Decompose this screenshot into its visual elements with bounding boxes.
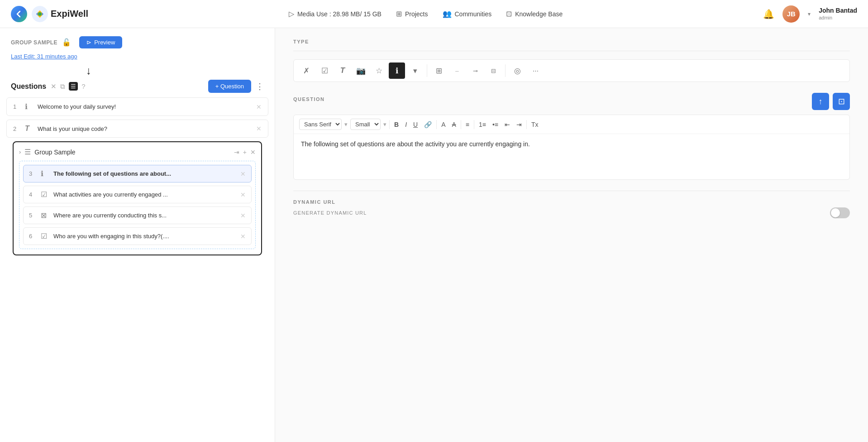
- dynamic-url-toggle[interactable]: [830, 207, 850, 218]
- text-type-icon: T: [25, 125, 33, 133]
- questions-label: Questions: [11, 82, 46, 91]
- preview-button[interactable]: ⊳ Preview: [79, 36, 122, 48]
- clear-format-button[interactable]: Tx: [529, 120, 540, 129]
- inner-question-row[interactable]: 3 ℹ The following set of questions are a…: [23, 165, 252, 183]
- type-icon-slider[interactable]: ⏤: [449, 62, 465, 79]
- questions-toolbar-icons: ✕ ⧉ ☰ ?: [51, 82, 85, 91]
- left-panel: GROUP SAMPLE 🔓 ⊳ Preview Last Edit: 31 m…: [0, 28, 275, 442]
- type-icon-star[interactable]: ☆: [371, 62, 387, 79]
- user-name: John Bantad: [819, 6, 857, 14]
- question-row[interactable]: 1 ℹ Welcome to your daily survey! ✕: [6, 97, 268, 116]
- inner-question-row[interactable]: 4 ☑ What activities are you currently en…: [23, 186, 252, 203]
- inner-question-row[interactable]: 6 ☑ Who are you with engaging in this st…: [23, 227, 252, 245]
- italic-button[interactable]: I: [403, 120, 409, 129]
- type-section-label: TYPE: [293, 39, 850, 44]
- type-icon-table[interactable]: ⊟: [485, 62, 501, 79]
- group-add-icon[interactable]: +: [243, 149, 247, 156]
- info-type-icon: ℹ: [41, 169, 49, 178]
- indent-decrease-button[interactable]: ⇤: [503, 120, 512, 129]
- last-edit-label[interactable]: Last Edit: 31 minutes ago: [0, 51, 275, 64]
- toggle-knob: [831, 208, 840, 217]
- group-name-label: Group Sample: [34, 149, 75, 156]
- question-number: 5: [29, 212, 36, 219]
- nav-back-icon[interactable]: [11, 6, 27, 22]
- generate-url-label: GENERATE DYNAMIC URL: [293, 210, 367, 216]
- remove-question-icon[interactable]: ✕: [256, 103, 262, 110]
- add-question-button[interactable]: + Question: [208, 80, 251, 93]
- right-panel: TYPE ✗ ☑ T 📷 ☆ ℹ ▾ ⊞ ⏤ ⊸ ⊟: [275, 28, 868, 442]
- font-family-select[interactable]: Sans Serif: [299, 119, 342, 130]
- type-icon-info[interactable]: ℹ: [389, 62, 405, 79]
- list-view-icon[interactable]: ☰: [69, 82, 78, 91]
- notification-bell-icon[interactable]: 🔔: [763, 9, 774, 19]
- type-icon-timer[interactable]: ◎: [509, 62, 525, 79]
- image-upload-button[interactable]: ⊡: [833, 93, 850, 110]
- type-icon-cross[interactable]: ✗: [298, 62, 315, 79]
- font-color-button[interactable]: A: [439, 120, 447, 129]
- copy-icon[interactable]: ⧉: [60, 82, 65, 91]
- underline-button[interactable]: U: [411, 120, 420, 129]
- generate-url-row: GENERATE DYNAMIC URL: [293, 207, 850, 218]
- projects-label: Projects: [405, 10, 428, 18]
- type-icon-checkbox[interactable]: ☑: [316, 62, 333, 79]
- question-number: 4: [29, 191, 36, 198]
- font-size-select[interactable]: Small: [350, 119, 381, 130]
- group-close-icon[interactable]: ✕: [250, 149, 256, 156]
- down-arrow-container: ↓: [0, 64, 275, 77]
- remove-question-icon[interactable]: ✕: [240, 191, 246, 198]
- remove-question-icon[interactable]: ✕: [240, 212, 246, 219]
- content-area: GROUP SAMPLE 🔓 ⊳ Preview Last Edit: 31 m…: [0, 28, 868, 442]
- ordered-list-button[interactable]: 1≡: [477, 120, 488, 129]
- question-row[interactable]: 2 T What is your unique code? ✕: [6, 120, 268, 138]
- projects-item[interactable]: ⊞ Projects: [396, 10, 428, 18]
- more-options-icon[interactable]: ⋮: [256, 82, 264, 91]
- media-use-label: Media Use : 28.98 MB/ 15 GB: [297, 10, 382, 18]
- user-dropdown-arrow-icon[interactable]: ▾: [808, 11, 811, 17]
- remove-question-icon[interactable]: ✕: [240, 170, 246, 178]
- kb-item[interactable]: ⊡ Knowledge Base: [506, 10, 563, 18]
- brand-logo: ExpiWell: [32, 6, 88, 22]
- type-icon-grid[interactable]: ⊞: [431, 62, 447, 79]
- type-icon-text[interactable]: T: [334, 62, 351, 79]
- link-button[interactable]: 🔗: [422, 120, 434, 129]
- remove-question-icon[interactable]: ✕: [240, 233, 246, 240]
- nav-center: ▷ Media Use : 28.98 MB/ 15 GB ⊞ Projects…: [289, 10, 563, 18]
- font-family-arrow-icon: ▾: [344, 121, 348, 128]
- bold-button[interactable]: B: [392, 120, 401, 129]
- nav-right: 🔔 JB ▾ John Bantad admin: [763, 5, 857, 23]
- help-icon[interactable]: ?: [81, 82, 85, 90]
- font-bg-color-button[interactable]: A: [450, 120, 458, 129]
- communities-item[interactable]: 👥 Communities: [443, 10, 492, 18]
- panel-header: GROUP SAMPLE 🔓 ⊳ Preview: [0, 28, 275, 51]
- group-pin-icon[interactable]: ⇥: [234, 149, 239, 156]
- lock-icon[interactable]: 🔓: [62, 38, 71, 47]
- question-list: 1 ℹ Welcome to your daily survey! ✕ 2 T …: [0, 97, 275, 255]
- editor-content[interactable]: The following set of questions are about…: [294, 134, 849, 179]
- type-icon-dropdown[interactable]: ▾: [407, 62, 423, 79]
- type-separator: [427, 64, 427, 77]
- communities-icon: 👥: [443, 10, 452, 18]
- unordered-list-button[interactable]: •≡: [491, 120, 500, 129]
- remove-question-icon[interactable]: ✕: [256, 125, 262, 132]
- nav-left: ExpiWell: [11, 6, 88, 22]
- inner-question-row[interactable]: 5 ⊠ Where are you currently conducting t…: [23, 207, 252, 224]
- editor-toolbar: Sans Serif ▾ Small ▾ B I U 🔗 A A ≡ 1≡: [294, 115, 849, 134]
- group-sample-label: GROUP SAMPLE: [11, 39, 57, 46]
- font-size-arrow-icon: ▾: [383, 121, 386, 128]
- type-icon-camera[interactable]: 📷: [353, 62, 369, 79]
- left-arrow-container: ←: [0, 187, 1, 210]
- align-left-button[interactable]: ≡: [464, 120, 471, 129]
- media-use-item[interactable]: ▷ Media Use : 28.98 MB/ 15 GB: [289, 10, 382, 18]
- group-chevron-icon[interactable]: ›: [19, 149, 21, 155]
- question-text: Who are you with engaging in this study?…: [53, 233, 236, 240]
- toolbar-separator: [474, 120, 474, 129]
- collapse-icon[interactable]: ✕: [51, 82, 57, 91]
- upload-button[interactable]: ↑: [812, 93, 829, 110]
- indent-increase-button[interactable]: ⇥: [515, 120, 524, 129]
- dynamic-url-label: DYNAMIC URL: [293, 199, 336, 205]
- left-arrow-icon: ←: [0, 185, 1, 211]
- type-separator: [505, 64, 506, 77]
- info-type-icon: ℹ: [25, 102, 33, 111]
- type-icon-matrix[interactable]: ⋯: [527, 62, 544, 79]
- type-icon-branch[interactable]: ⊸: [467, 62, 483, 79]
